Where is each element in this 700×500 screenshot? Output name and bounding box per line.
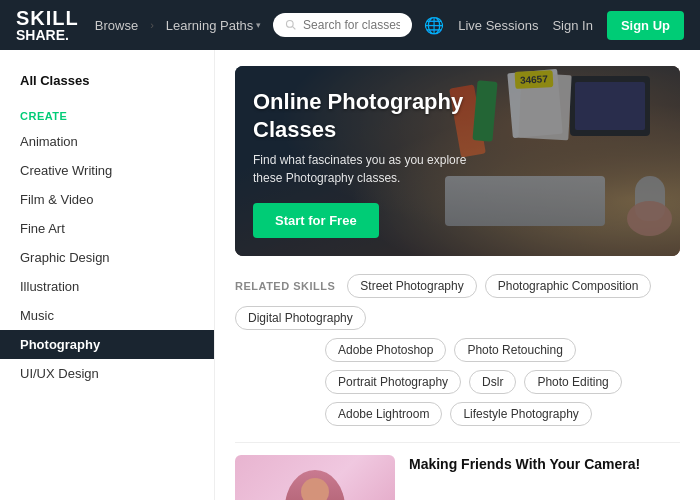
skill-tag-photo-retouching[interactable]: Photo Retouching [454,338,575,362]
sign-up-button[interactable]: Sign Up [607,11,684,40]
nav-right-actions: 🌐 Live Sessions Sign In Sign Up [424,11,684,40]
related-skills-label: RELATED SKILLS [235,280,335,292]
skill-tag-digital-photography[interactable]: Digital Photography [235,306,366,330]
search-bar[interactable] [273,13,412,37]
sidebar: All Classes CREATE Animation Creative Wr… [0,50,215,500]
skill-tag-photographic-composition[interactable]: Photographic Composition [485,274,652,298]
skill-tag-portrait-photography[interactable]: Portrait Photography [325,370,461,394]
section-divider [235,442,680,443]
learning-paths-nav-link[interactable]: Learning Paths ▾ [166,18,261,33]
sidebar-item-photography[interactable]: Photography [0,330,214,359]
sidebar-item-illustration[interactable]: Illustration [0,272,214,301]
main-content: 34657 Online Photography Classes Find wh… [215,50,700,500]
sidebar-item-uiux-design[interactable]: UI/UX Design [0,359,214,388]
hero-subtitle: Find what fascinates you as you explore … [253,151,477,187]
skill-tag-photo-editing[interactable]: Photo Editing [524,370,621,394]
navbar: SKILL share. Browse › Learning Paths ▾ 🌐… [0,0,700,50]
hero-title: Online Photography Classes [253,88,477,143]
all-classes-link[interactable]: All Classes [0,66,214,100]
nav-divider-chevron: › [150,19,154,31]
card-info: Making Friends With Your Camera! [409,455,680,473]
skills-row-2: Adobe Photoshop Photo Retouching Portrai… [235,338,680,394]
search-icon [285,18,297,32]
sidebar-item-music[interactable]: Music [0,301,214,330]
browse-nav-link[interactable]: Browse [95,18,138,33]
hero-banner: 34657 Online Photography Classes Find wh… [235,66,680,256]
card-person-illustration [285,470,345,500]
sidebar-item-fine-art[interactable]: Fine Art [0,214,214,243]
sidebar-item-film-video[interactable]: Film & Video [0,185,214,214]
main-layout: All Classes CREATE Animation Creative Wr… [0,50,700,500]
hero-cta-button[interactable]: Start for Free [253,203,379,238]
skill-tag-street-photography[interactable]: Street Photography [347,274,476,298]
bottom-card: Making Friends With Your Camera! [235,455,680,500]
card-title: Making Friends With Your Camera! [409,455,680,473]
sidebar-item-animation[interactable]: Animation [0,127,214,156]
search-input[interactable] [303,18,400,32]
svg-line-1 [293,26,296,29]
live-sessions-link[interactable]: Live Sessions [458,18,538,33]
logo[interactable]: SKILL share. [16,8,79,42]
globe-icon[interactable]: 🌐 [424,16,444,35]
skills-row-1: RELATED SKILLS Street Photography Photog… [235,274,680,330]
skill-tag-adobe-photoshop[interactable]: Adobe Photoshop [325,338,446,362]
create-section-label: CREATE [0,100,214,127]
hero-text-block: Online Photography Classes Find what fas… [235,66,495,256]
svg-point-0 [287,21,294,28]
skill-tag-adobe-lightroom[interactable]: Adobe Lightroom [325,402,442,426]
skills-row-3: Adobe Lightroom Lifestyle Photography [235,402,680,426]
learning-paths-chevron: ▾ [256,20,261,30]
skill-tag-lifestyle-photography[interactable]: Lifestyle Photography [450,402,591,426]
card-thumbnail [235,455,395,500]
sign-in-link[interactable]: Sign In [552,18,592,33]
related-skills-section: RELATED SKILLS Street Photography Photog… [235,274,680,426]
sidebar-item-creative-writing[interactable]: Creative Writing [0,156,214,185]
sidebar-item-graphic-design[interactable]: Graphic Design [0,243,214,272]
skill-tag-dslr[interactable]: Dslr [469,370,516,394]
